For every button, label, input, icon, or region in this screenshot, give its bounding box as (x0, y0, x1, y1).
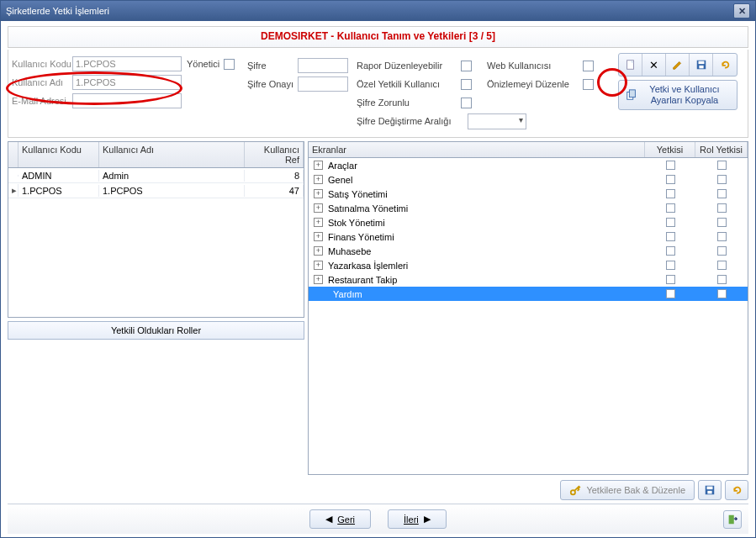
tree-row[interactable]: +Yazarkasa İşlemleri (309, 258, 748, 272)
tree-item-label: Restaurant Takip (326, 275, 645, 285)
tree-row[interactable]: +Finans Yönetimi (309, 229, 748, 244)
door-icon (727, 514, 738, 525)
rolyetkisi-cell[interactable] (695, 161, 748, 170)
rolyetkisi-cell[interactable] (695, 246, 748, 256)
tree-row[interactable]: +Satış Yönetimi (309, 187, 748, 201)
sifre-aralik-dropdown[interactable] (468, 113, 526, 129)
kullanici-adi-input[interactable] (72, 75, 182, 90)
sifre-onay-input[interactable] (298, 76, 348, 92)
expand-icon[interactable]: + (314, 203, 323, 213)
tree-row[interactable]: Yardım (309, 287, 748, 301)
expand-icon[interactable]: + (314, 189, 323, 198)
expand-icon[interactable]: + (314, 275, 323, 284)
svg-rect-3 (699, 66, 703, 69)
users-grid: Kullanıcı Kodu Kullanıcı Adı Kullanıcı R… (8, 141, 304, 318)
next-label: İleri (404, 514, 419, 525)
tree-item-label: Finans Yönetimi (326, 232, 645, 242)
form-area: Kullanıcı Kodu Yönetici Kullanıcı Adı E-… (8, 50, 748, 138)
ozel-checkbox[interactable] (461, 79, 472, 90)
copy-settings-button[interactable]: Yetki ve Kullanıcı Ayarları Kopyala (618, 80, 737, 110)
yetkisi-cell[interactable] (645, 218, 695, 227)
tree-col-ekranlar[interactable]: Ekranlar (309, 142, 645, 157)
user-ad: Admin (99, 170, 245, 182)
users-col-kod[interactable]: Kullanıcı Kodu (19, 142, 99, 167)
tree-col-rolyetkisi[interactable]: Rol Yetkisi (695, 142, 748, 157)
user-row[interactable]: ▸ 1.PCPOS 1.PCPOS 47 (8, 183, 304, 198)
undo-button[interactable] (713, 54, 737, 76)
save-button-2[interactable] (698, 480, 722, 500)
yetkisi-cell[interactable] (645, 246, 695, 256)
kullanici-kodu-label: Kullanıcı Kodu (12, 59, 72, 69)
yonetici-checkbox[interactable] (224, 59, 235, 70)
yonetici-label: Yönetici (187, 59, 220, 69)
save-button[interactable] (690, 54, 713, 76)
mid-area: Kullanıcı Kodu Kullanıcı Adı Kullanıcı R… (8, 141, 748, 504)
expand-icon[interactable]: + (314, 161, 323, 170)
edit-button[interactable] (666, 54, 690, 76)
yetkisi-cell[interactable] (645, 275, 695, 284)
user-ref: 8 (245, 170, 304, 182)
email-input[interactable] (72, 93, 182, 108)
tree-row[interactable]: +Muhasebe (309, 244, 748, 258)
tree-col-yetkisi[interactable]: Yetkisi (645, 142, 695, 157)
exit-button[interactable] (723, 510, 742, 529)
expand-icon[interactable]: + (314, 261, 323, 270)
back-button[interactable]: ◀ Geri (309, 509, 371, 529)
rolyetkisi-cell[interactable] (695, 232, 748, 241)
rolyetkisi-cell[interactable] (695, 289, 748, 298)
rolyetkisi-cell[interactable] (695, 261, 748, 270)
save-icon (704, 484, 716, 496)
svg-rect-5 (629, 90, 635, 98)
rolyetkisi-cell[interactable] (695, 218, 748, 227)
form-checkboxes: Rapor Düzenleyebilir Web Kullanıcısı Öze… (357, 55, 634, 130)
users-grid-body: ADMIN Admin 8 ▸ 1.PCPOS 1.PCPOS 47 (8, 168, 304, 198)
user-row[interactable]: ADMIN Admin 8 (8, 168, 304, 183)
rolyetkisi-cell[interactable] (695, 175, 748, 184)
expand-icon[interactable]: + (314, 246, 323, 256)
next-button[interactable]: İleri ▶ (388, 509, 447, 529)
rolyetkisi-cell[interactable] (695, 275, 748, 284)
yetkisi-cell[interactable] (645, 189, 695, 198)
tree-row[interactable]: +Genel (309, 172, 748, 187)
yetkisi-cell[interactable] (645, 232, 695, 241)
tree-row[interactable]: +Araçlar (309, 158, 748, 172)
expand-icon[interactable]: + (314, 218, 323, 227)
web-checkbox[interactable] (583, 61, 594, 71)
expand-icon[interactable]: + (314, 175, 323, 184)
user-ref: 47 (245, 185, 304, 197)
onizleme-checkbox[interactable] (583, 79, 594, 90)
svg-rect-10 (729, 515, 734, 525)
tree-body: +Araçlar+Genel+Satış Yönetimi+Satınalma … (309, 158, 748, 474)
delete-button[interactable]: ✕ (642, 54, 666, 76)
yetkisi-cell[interactable] (645, 175, 695, 184)
new-button[interactable] (619, 54, 642, 76)
close-button[interactable]: ✕ (733, 3, 750, 18)
rolyetkisi-cell[interactable] (695, 189, 748, 198)
rolyetkisi-cell[interactable] (695, 203, 748, 213)
tree-row[interactable]: +Restaurant Takip (309, 272, 748, 287)
users-col-ad[interactable]: Kullanıcı Adı (99, 142, 245, 167)
sifre-zorunlu-checkbox[interactable] (461, 98, 472, 108)
right-pane: Ekranlar Yetkisi Rol Yetkisi +Araçlar+Ge… (308, 141, 748, 504)
tree-item-label: Satınalma Yönetimi (326, 203, 645, 214)
undo-button-2[interactable] (725, 480, 748, 500)
yetkisi-cell[interactable] (645, 261, 695, 270)
tree-row[interactable]: +Stok Yönetimi (309, 215, 748, 229)
tree-row[interactable]: +Satınalma Yönetimi (309, 201, 748, 215)
view-edit-perms-button[interactable]: Yetkilere Bak & Düzenle (560, 480, 695, 500)
window-title: Şirketlerde Yetki İşlemleri (6, 6, 733, 16)
email-label: E-Mail Adresi (12, 96, 72, 106)
copy-icon (626, 89, 637, 101)
roles-button[interactable]: Yetkili Oldukları Roller (8, 321, 304, 340)
users-col-ref[interactable]: Kullanıcı Ref (245, 142, 304, 167)
expand-icon[interactable]: + (314, 232, 323, 241)
sifre-input[interactable] (298, 58, 348, 73)
undo-icon (719, 59, 731, 71)
rapor-checkbox[interactable] (461, 61, 472, 71)
window: Şirketlerde Yetki İşlemleri ✕ DEMOSIRKET… (0, 0, 756, 538)
yetkisi-cell[interactable] (645, 161, 695, 170)
yetkisi-cell[interactable] (645, 289, 695, 298)
yetkisi-cell[interactable] (645, 203, 695, 213)
row-indicator: ▸ (8, 184, 19, 197)
kullanici-kodu-input[interactable] (72, 56, 182, 71)
